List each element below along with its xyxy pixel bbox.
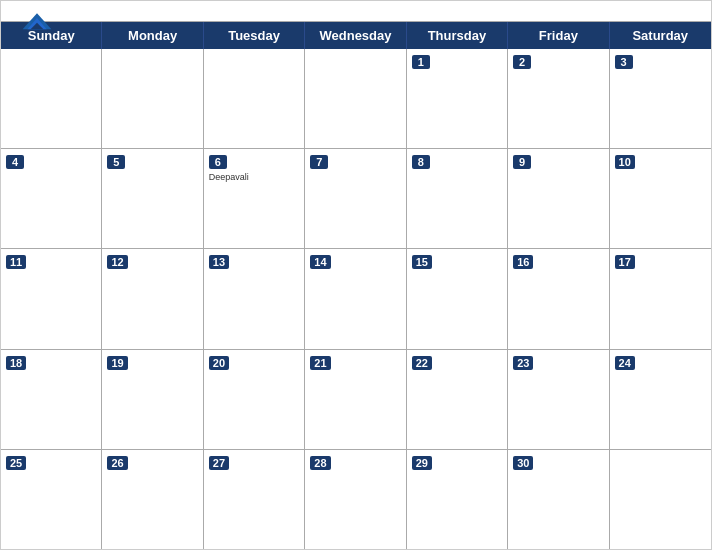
calendar-day: 2 [508, 49, 609, 148]
calendar-day: 6Deepavali [204, 149, 305, 248]
calendar-header [1, 1, 711, 21]
day-number: 2 [513, 55, 531, 69]
day-number: 15 [412, 255, 432, 269]
calendar-day: 20 [204, 350, 305, 449]
calendar-day: 5 [102, 149, 203, 248]
day-number: 17 [615, 255, 635, 269]
calendar-day: 1 [407, 49, 508, 148]
day-number: 30 [513, 456, 533, 470]
day-header-saturday: Saturday [610, 22, 711, 49]
calendar-container: SundayMondayTuesdayWednesdayThursdayFrid… [0, 0, 712, 550]
day-number: 16 [513, 255, 533, 269]
day-number: 21 [310, 356, 330, 370]
calendar-day: 22 [407, 350, 508, 449]
day-number: 5 [107, 155, 125, 169]
day-number: 9 [513, 155, 531, 169]
calendar-day: 12 [102, 249, 203, 348]
day-number: 11 [6, 255, 26, 269]
day-number: 7 [310, 155, 328, 169]
calendar-day: 21 [305, 350, 406, 449]
calendar-week-3: 11121314151617 [1, 249, 711, 349]
calendar-day [610, 450, 711, 549]
day-number: 3 [615, 55, 633, 69]
day-number: 27 [209, 456, 229, 470]
day-number: 29 [412, 456, 432, 470]
calendar-day: 4 [1, 149, 102, 248]
day-number: 22 [412, 356, 432, 370]
calendar-day: 17 [610, 249, 711, 348]
calendar-body: 123456Deepavali7891011121314151617181920… [1, 49, 711, 549]
day-header-wednesday: Wednesday [305, 22, 406, 49]
calendar-day: 9 [508, 149, 609, 248]
calendar-day: 13 [204, 249, 305, 348]
day-number: 19 [107, 356, 127, 370]
day-number: 24 [615, 356, 635, 370]
calendar-day: 23 [508, 350, 609, 449]
day-number: 26 [107, 456, 127, 470]
day-number: 20 [209, 356, 229, 370]
calendar-day: 16 [508, 249, 609, 348]
day-header-tuesday: Tuesday [204, 22, 305, 49]
day-number: 8 [412, 155, 430, 169]
day-header-thursday: Thursday [407, 22, 508, 49]
day-number: 18 [6, 356, 26, 370]
calendar-day: 8 [407, 149, 508, 248]
calendar-day: 14 [305, 249, 406, 348]
calendar-day [1, 49, 102, 148]
day-number: 6 [209, 155, 227, 169]
day-number: 10 [615, 155, 635, 169]
calendar-week-1: 123 [1, 49, 711, 149]
calendar-day: 7 [305, 149, 406, 248]
logo [21, 11, 53, 35]
holiday-label: Deepavali [209, 172, 299, 182]
day-number: 13 [209, 255, 229, 269]
calendar-day: 29 [407, 450, 508, 549]
calendar-table: SundayMondayTuesdayWednesdayThursdayFrid… [1, 21, 711, 549]
day-number: 4 [6, 155, 24, 169]
calendar-day [204, 49, 305, 148]
calendar-day [305, 49, 406, 148]
day-number: 23 [513, 356, 533, 370]
calendar-week-5: 252627282930 [1, 450, 711, 549]
day-number: 14 [310, 255, 330, 269]
day-number: 28 [310, 456, 330, 470]
logo-icon [21, 11, 53, 33]
calendar-day: 30 [508, 450, 609, 549]
day-number: 25 [6, 456, 26, 470]
calendar-day: 24 [610, 350, 711, 449]
day-number: 12 [107, 255, 127, 269]
day-number: 1 [412, 55, 430, 69]
day-header-monday: Monday [102, 22, 203, 49]
calendar-day: 15 [407, 249, 508, 348]
calendar-day [102, 49, 203, 148]
day-header-friday: Friday [508, 22, 609, 49]
calendar-day: 19 [102, 350, 203, 449]
calendar-day: 3 [610, 49, 711, 148]
calendar-day: 11 [1, 249, 102, 348]
calendar-day: 27 [204, 450, 305, 549]
calendar-week-4: 18192021222324 [1, 350, 711, 450]
calendar-day: 10 [610, 149, 711, 248]
calendar-week-2: 456Deepavali78910 [1, 149, 711, 249]
calendar-day: 28 [305, 450, 406, 549]
calendar-day: 25 [1, 450, 102, 549]
calendar-day: 26 [102, 450, 203, 549]
day-headers-row: SundayMondayTuesdayWednesdayThursdayFrid… [1, 22, 711, 49]
calendar-day: 18 [1, 350, 102, 449]
